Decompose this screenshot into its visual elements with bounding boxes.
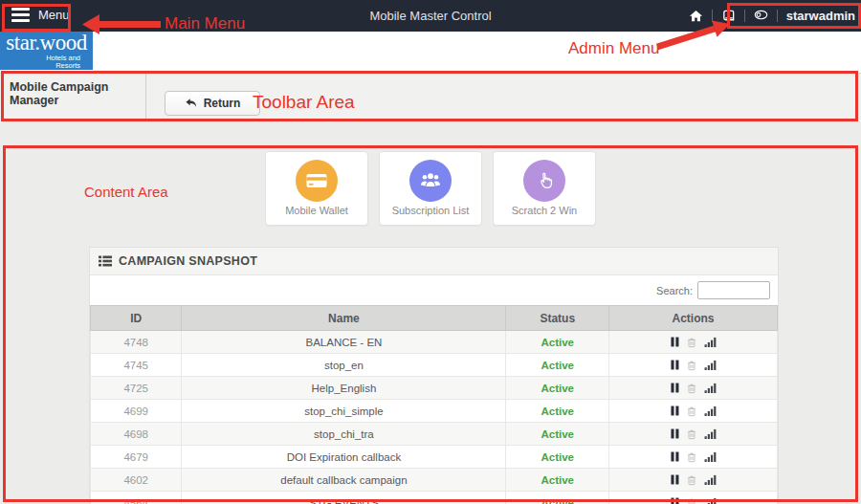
cell-id: 4698 (91, 423, 182, 446)
cell-actions (609, 469, 778, 492)
cell-status: Active (506, 423, 609, 446)
cell-status: Active (506, 331, 609, 354)
cell-id: 4748 (91, 331, 182, 354)
card-label: Mobile Wallet (266, 205, 367, 216)
cell-status: Active (506, 469, 609, 492)
cell-id: 4679 (91, 446, 182, 469)
book-icon[interactable] (721, 9, 736, 23)
pause-icon[interactable] (671, 474, 679, 485)
pause-icon[interactable] (671, 383, 679, 393)
stats-icon[interactable] (704, 405, 717, 416)
cell-actions (609, 331, 778, 354)
cell-id: 4602 (91, 469, 182, 492)
panel-title: CAMPAIGN SNAPSHOT (119, 254, 257, 268)
cell-actions (609, 423, 778, 446)
table-header-row: ID Name Status Actions (91, 306, 778, 331)
return-button[interactable]: Return (165, 91, 260, 116)
cell-name: BALANCE - EN (182, 331, 506, 354)
pointer-icon (523, 160, 565, 202)
search-input[interactable] (697, 281, 770, 299)
table-row: 4748 BALANCE - EN Active (91, 331, 778, 354)
stats-icon[interactable] (704, 428, 717, 439)
stats-icon[interactable] (704, 451, 717, 462)
admin-menu: starwadmin (689, 0, 857, 32)
column-header-id: ID (91, 306, 182, 331)
pause-icon[interactable] (671, 337, 679, 347)
table-row: 4725 Help_English Active (91, 377, 778, 400)
subscription-list-card[interactable]: Subscription List (379, 151, 482, 226)
cell-actions (609, 446, 778, 469)
credit-card-icon (296, 160, 338, 202)
username[interactable]: starwadmin (786, 9, 857, 23)
separator (744, 10, 745, 22)
cell-name: Help_English (182, 377, 506, 400)
cell-name: STG EVENTS (182, 492, 506, 504)
cell-actions (609, 400, 778, 423)
list-icon (99, 255, 112, 267)
cell-actions (609, 377, 778, 400)
reply-arrow-icon (185, 98, 198, 109)
table-row: 4698 stop_chi_tra Active (91, 423, 778, 446)
content-area: Mobile Wallet Subscription List Scratch … (0, 121, 861, 504)
table-row: 4679 DOI Expiration callback Active (91, 446, 778, 469)
top-bar: Menu Mobile Master Control starwadmin (0, 0, 861, 32)
table-row: 4602 default callback campaign Active (91, 469, 778, 492)
stats-icon[interactable] (704, 360, 717, 370)
search-label: Search: (656, 285, 693, 296)
campaign-snapshot-panel: CAMPAIGN SNAPSHOT Search: ID Name Status… (89, 247, 779, 504)
trash-icon[interactable] (686, 360, 697, 371)
logo-wordmark: star.wood (0, 32, 93, 55)
cell-id: 4564 (91, 492, 182, 504)
column-header-actions: Actions (609, 306, 778, 331)
stats-icon[interactable] (704, 337, 717, 347)
cell-name: DOI Expiration callback (182, 446, 506, 469)
pause-icon[interactable] (671, 451, 679, 462)
trash-icon[interactable] (686, 497, 697, 504)
return-button-label: Return (204, 97, 241, 110)
search-row: Search: (90, 275, 778, 305)
trash-icon[interactable] (686, 337, 697, 348)
cell-actions (609, 492, 778, 504)
toggle-icon[interactable] (754, 9, 768, 23)
cell-name: stop_chi_tra (182, 423, 506, 446)
pause-icon[interactable] (671, 428, 679, 439)
trash-icon[interactable] (686, 451, 697, 463)
panel-header: CAMPAIGN SNAPSHOT (90, 248, 778, 275)
home-icon[interactable] (689, 9, 703, 23)
scratch-2-win-card[interactable]: Scratch 2 Win (493, 151, 596, 226)
stats-icon[interactable] (704, 474, 717, 485)
column-header-name: Name (182, 306, 506, 331)
stats-icon[interactable] (704, 383, 717, 393)
column-header-status: Status (506, 306, 609, 331)
table-row: 4745 stop_en Active (91, 354, 778, 377)
table-row: 4699 stop_chi_simple Active (91, 400, 778, 423)
cell-id: 4725 (91, 377, 182, 400)
cell-id: 4745 (91, 354, 182, 377)
cell-name: default callback campaign (182, 469, 506, 492)
campaign-table-body: 4748 BALANCE - EN Active 4745 stop_en Ac… (91, 331, 778, 504)
pause-icon[interactable] (671, 405, 679, 416)
cell-status: Active (506, 354, 609, 377)
cell-status: Active (506, 377, 609, 400)
trash-icon[interactable] (686, 428, 697, 440)
trash-icon[interactable] (686, 474, 697, 486)
cell-name: stop_chi_simple (182, 400, 506, 423)
app-title: Mobile Campaign Manager (0, 74, 145, 107)
trash-icon[interactable] (686, 383, 697, 394)
pause-icon[interactable] (671, 497, 679, 504)
toolbar: Mobile Campaign Manager Return (0, 73, 861, 122)
cell-status: Active (506, 492, 609, 504)
card-label: Subscription List (380, 205, 481, 216)
starwood-logo: star.wood Hotels and Resorts (0, 32, 93, 70)
cell-status: Active (506, 446, 609, 469)
shortcut-cards: Mobile Wallet Subscription List Scratch … (0, 151, 861, 226)
logo-tagline: Hotels and Resorts (0, 55, 93, 70)
app-title-cell: Mobile Campaign Manager (0, 74, 146, 121)
card-label: Scratch 2 Win (494, 205, 595, 216)
cell-id: 4699 (91, 400, 182, 423)
trash-icon[interactable] (686, 405, 697, 417)
cell-name: stop_en (182, 354, 506, 377)
stats-icon[interactable] (704, 497, 717, 504)
pause-icon[interactable] (671, 360, 679, 370)
mobile-wallet-card[interactable]: Mobile Wallet (265, 151, 368, 226)
